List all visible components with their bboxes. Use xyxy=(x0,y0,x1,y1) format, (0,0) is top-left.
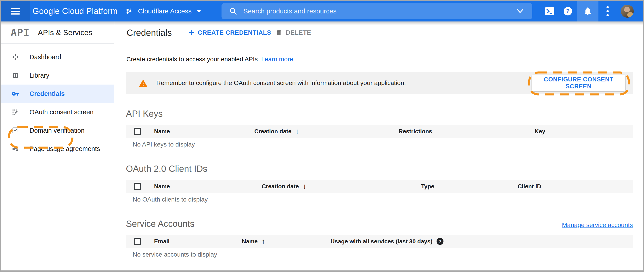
dashboard-icon xyxy=(12,53,19,61)
sidebar-item-library[interactable]: Library xyxy=(1,66,114,85)
sort-desc-icon: ↓ xyxy=(303,182,306,190)
hamburger-icon xyxy=(11,7,20,16)
sidebar-header: API APIs & Services xyxy=(1,22,114,44)
main-content: Credentials + CREATE CREDENTIALS DELETE … xyxy=(115,22,643,270)
sidebar-item-dashboard[interactable]: Dashboard xyxy=(1,48,114,66)
oauth-clients-empty-row: No OAuth clients to display xyxy=(126,193,633,206)
top-navigation-bar: Google Cloud Platform Cloudflare Access xyxy=(1,1,643,22)
select-all-checkbox[interactable] xyxy=(134,238,141,245)
more-options-button[interactable] xyxy=(598,1,617,22)
library-icon xyxy=(12,72,19,79)
configure-consent-screen-button[interactable]: CONFIGURE CONSENT SCREEN xyxy=(532,75,625,91)
notifications-button[interactable] xyxy=(577,1,598,22)
product-name[interactable]: Google Cloud Platform xyxy=(32,1,118,22)
more-options-icon xyxy=(606,5,609,17)
column-header-type[interactable]: Type xyxy=(421,183,434,190)
page-content: Create credentials to access your enable… xyxy=(115,55,643,261)
cloud-shell-button[interactable] xyxy=(540,1,559,22)
manage-service-accounts-link[interactable]: Manage service accounts xyxy=(562,221,633,229)
section-title-api-keys: API Keys xyxy=(126,109,633,118)
delete-button[interactable]: DELETE xyxy=(276,22,311,44)
sidebar-item-label: Credentials xyxy=(30,90,65,97)
select-all-checkbox[interactable] xyxy=(134,183,141,190)
help-button[interactable]: ? xyxy=(559,1,577,22)
column-header-creation-date[interactable]: Creation date ↓ xyxy=(254,127,299,135)
column-header-name[interactable]: Name xyxy=(154,128,170,135)
column-header-client-id[interactable]: Client ID xyxy=(518,183,541,190)
service-accounts-section-header: Service Accounts Manage service accounts xyxy=(126,219,633,229)
column-header-email[interactable]: Email xyxy=(154,238,170,245)
project-icon xyxy=(125,7,133,15)
warning-icon xyxy=(138,79,148,87)
trash-icon xyxy=(276,29,282,37)
api-keys-empty-row: No API keys to display xyxy=(126,138,633,151)
warning-banner: Remember to configure the OAuth consent … xyxy=(126,72,633,94)
project-name: Cloudflare Access xyxy=(138,7,192,15)
sidebar-item-label: OAuth consent screen xyxy=(30,108,94,116)
page-usage-agreements-icon xyxy=(12,145,19,153)
hamburger-menu-button[interactable] xyxy=(1,1,30,22)
page-appbar: Credentials + CREATE CREDENTIALS DELETE xyxy=(115,22,643,44)
sidebar-title: APIs & Services xyxy=(38,28,92,37)
section-title-oauth-client-ids: OAuth 2.0 Client IDs xyxy=(126,164,633,174)
warning-text: Remember to configure the OAuth consent … xyxy=(156,79,406,87)
column-header-name[interactable]: Name xyxy=(154,183,170,190)
select-all-checkbox[interactable] xyxy=(134,128,141,135)
sort-asc-icon: ↑ xyxy=(262,237,265,245)
column-header-creation-date[interactable]: Creation date ↓ xyxy=(262,182,306,190)
oauth-clients-table: Name Creation date ↓ Type Client ID No O… xyxy=(126,180,633,206)
sidebar-item-label: Library xyxy=(30,72,49,79)
sidebar-item-label: Domain verification xyxy=(30,127,85,134)
column-header-usage[interactable]: Usage with all services (last 30 days) ? xyxy=(330,238,444,245)
user-avatar[interactable] xyxy=(621,5,634,18)
sidebar-item-label: Dashboard xyxy=(30,53,61,61)
page-title: Credentials xyxy=(126,28,172,38)
service-accounts-table: Email Name ↑ Usage with all services (la… xyxy=(126,235,633,261)
intro-text: Create credentials to access your enable… xyxy=(126,55,633,63)
cloud-shell-icon xyxy=(544,7,555,16)
sidebar: API APIs & Services Dashboard xyxy=(1,22,114,270)
sidebar-item-credentials[interactable]: Credentials xyxy=(1,85,114,103)
key-icon xyxy=(12,90,19,97)
sidebar-nav: Dashboard Library Credentials xyxy=(1,44,114,158)
consent-screen-icon xyxy=(12,108,19,116)
sidebar-item-page-usage-agreements[interactable]: Page usage agreements xyxy=(1,140,114,158)
create-credentials-label: CREATE CREDENTIALS xyxy=(198,29,271,36)
column-header-key[interactable]: Key xyxy=(534,128,545,135)
service-accounts-table-header: Email Name ↑ Usage with all services (la… xyxy=(126,235,633,248)
empty-state-text: No service accounts to display xyxy=(133,251,217,258)
caret-down-icon xyxy=(196,10,202,13)
header-actions: ? xyxy=(540,1,634,22)
search-bar[interactable] xyxy=(222,3,532,19)
column-header-name[interactable]: Name ↑ xyxy=(242,237,265,245)
gcp-console-window: Google Cloud Platform Cloudflare Access xyxy=(0,0,644,272)
search-input[interactable] xyxy=(244,7,517,15)
learn-more-link[interactable]: Learn more xyxy=(261,56,293,63)
project-selector[interactable]: Cloudflare Access xyxy=(125,1,202,22)
apis-services-logo: API xyxy=(11,27,30,38)
sidebar-item-oauth-consent-screen[interactable]: OAuth consent screen xyxy=(1,103,114,121)
column-header-restrictions[interactable]: Restrictions xyxy=(398,128,432,135)
sidebar-item-domain-verification[interactable]: Domain verification xyxy=(1,121,114,140)
empty-state-text: No API keys to display xyxy=(133,141,195,148)
delete-label: DELETE xyxy=(286,29,311,36)
usage-help-icon[interactable]: ? xyxy=(436,238,444,245)
plus-icon: + xyxy=(188,27,194,37)
section-title-service-accounts: Service Accounts xyxy=(126,219,194,229)
banner-action: CONFIGURE CONSENT SCREEN xyxy=(532,75,625,91)
empty-state-text: No OAuth clients to display xyxy=(133,196,208,203)
api-keys-table: Name Creation date ↓ Restrictions Key No… xyxy=(126,125,633,151)
chevron-down-icon[interactable] xyxy=(517,9,524,13)
oauth-clients-table-header: Name Creation date ↓ Type Client ID xyxy=(126,180,633,193)
help-icon: ? xyxy=(564,7,572,16)
sidebar-item-label: Page usage agreements xyxy=(30,145,100,153)
sort-desc-icon: ↓ xyxy=(296,127,299,135)
api-keys-table-header: Name Creation date ↓ Restrictions Key xyxy=(126,125,633,138)
domain-verification-icon xyxy=(12,126,19,134)
service-accounts-empty-row: No service accounts to display xyxy=(126,248,633,261)
create-credentials-button[interactable]: + CREATE CREDENTIALS xyxy=(188,22,271,44)
notifications-icon xyxy=(583,7,592,16)
search-icon xyxy=(229,7,237,15)
